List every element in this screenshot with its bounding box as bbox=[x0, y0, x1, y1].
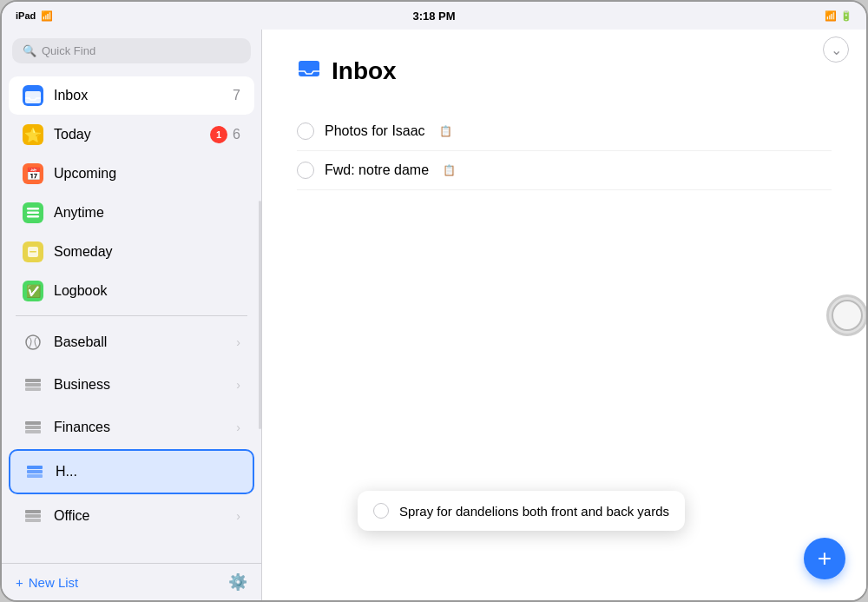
tooltip-text: Spray for dandelions both front and back… bbox=[399, 504, 669, 519]
svg-rect-13 bbox=[27, 474, 43, 478]
someday-icon bbox=[23, 241, 43, 262]
business-chevron: › bbox=[236, 378, 240, 392]
office-label: Office bbox=[54, 508, 236, 524]
sidebar-item-upcoming[interactable]: 📅 Upcoming bbox=[9, 155, 254, 193]
svg-rect-16 bbox=[25, 519, 41, 522]
task-list: Photos for Isaac 📋 Fwd: notre dame 📋 bbox=[297, 112, 832, 190]
office-chevron: › bbox=[236, 509, 240, 523]
svg-rect-0 bbox=[25, 91, 41, 103]
bluetooth-icon: 📶 bbox=[825, 10, 837, 22]
anytime-icon bbox=[23, 202, 43, 223]
inbox-label: Inbox bbox=[54, 88, 233, 103]
svg-rect-10 bbox=[25, 430, 41, 433]
svg-rect-7 bbox=[25, 387, 41, 391]
search-bar[interactable]: 🔍 Quick Find bbox=[12, 38, 251, 63]
today-count: 6 bbox=[233, 127, 240, 142]
finances-chevron: › bbox=[236, 420, 240, 434]
fab-button[interactable]: + bbox=[804, 538, 845, 579]
sidebar-item-baseball[interactable]: Baseball › bbox=[9, 321, 254, 363]
home-button[interactable] bbox=[826, 294, 866, 336]
finances-label: Finances bbox=[54, 420, 236, 435]
page-header: Inbox bbox=[297, 56, 832, 86]
task-checkbox-1[interactable] bbox=[297, 122, 314, 140]
status-time: 3:18 PM bbox=[412, 10, 455, 23]
sidebar-item-office[interactable]: Office › bbox=[9, 495, 254, 537]
wifi-icon: 📶 bbox=[41, 10, 53, 22]
top-right-button[interactable]: ⌄ bbox=[823, 36, 849, 63]
home-label: H... bbox=[56, 464, 239, 480]
new-list-label: New List bbox=[29, 575, 79, 590]
today-badge: 1 bbox=[210, 126, 227, 143]
svg-rect-5 bbox=[30, 251, 36, 253]
task-note-icon-1: 📋 bbox=[439, 125, 452, 137]
sidebar-item-finances[interactable]: Finances › bbox=[9, 407, 254, 448]
gear-icon: ⚙️ bbox=[228, 573, 247, 591]
sidebar-item-anytime[interactable]: Anytime bbox=[9, 194, 254, 232]
status-bar: iPad 📶 3:18 PM 📶 🔋 bbox=[2, 2, 866, 30]
inbox-header-icon bbox=[297, 56, 321, 86]
svg-rect-2 bbox=[27, 212, 39, 215]
home-button-inner bbox=[832, 300, 863, 331]
business-icon bbox=[23, 374, 43, 395]
task-note-icon-2: 📋 bbox=[443, 164, 456, 176]
status-right: 📶 🔋 bbox=[825, 10, 852, 22]
search-placeholder: Quick Find bbox=[42, 44, 95, 57]
svg-rect-14 bbox=[27, 470, 43, 473]
page-title: Inbox bbox=[332, 57, 397, 85]
sidebar-item-home[interactable]: H... bbox=[9, 449, 254, 494]
ipad-frame: iPad 📶 3:18 PM 📶 🔋 🔍 Quick Find bbox=[0, 0, 868, 602]
fab-plus-icon: + bbox=[818, 545, 832, 572]
task-checkbox-2[interactable] bbox=[297, 162, 314, 179]
task-label-2: Fwd: notre dame bbox=[325, 162, 429, 178]
logbook-icon: ✅ bbox=[23, 281, 43, 301]
svg-rect-12 bbox=[25, 421, 41, 425]
svg-rect-11 bbox=[25, 426, 41, 429]
upcoming-icon: 📅 bbox=[23, 163, 43, 184]
svg-rect-17 bbox=[25, 514, 41, 518]
svg-rect-15 bbox=[27, 466, 43, 469]
inbox-icon bbox=[23, 85, 43, 106]
nav-divider bbox=[16, 315, 247, 316]
svg-rect-8 bbox=[25, 383, 41, 387]
tooltip-dropdown[interactable]: Spray for dandelions both front and back… bbox=[358, 491, 685, 531]
anytime-label: Anytime bbox=[54, 205, 240, 221]
upcoming-label: Upcoming bbox=[54, 166, 240, 182]
settings-button[interactable]: ⚙️ bbox=[228, 572, 247, 592]
someday-label: Someday bbox=[54, 244, 240, 260]
battery-icon: 🔋 bbox=[840, 10, 852, 22]
new-list-button[interactable]: + New List bbox=[16, 575, 78, 590]
tooltip-checkbox[interactable] bbox=[373, 503, 389, 519]
chevron-down-icon: ⌄ bbox=[831, 42, 842, 58]
svg-rect-1 bbox=[27, 215, 39, 218]
business-label: Business bbox=[54, 377, 236, 393]
new-list-plus-icon: + bbox=[16, 575, 23, 590]
sidebar-nav: Inbox 7 ⭐ Today 1 6 📅 Upcoming bbox=[2, 72, 261, 563]
svg-rect-3 bbox=[27, 208, 39, 210]
sidebar-item-inbox[interactable]: Inbox 7 bbox=[9, 76, 254, 115]
baseball-chevron: › bbox=[236, 335, 240, 349]
today-label: Today bbox=[54, 127, 210, 142]
task-item: Fwd: notre dame 📋 bbox=[297, 151, 832, 190]
svg-rect-18 bbox=[25, 510, 41, 513]
task-item: Photos for Isaac 📋 bbox=[297, 112, 832, 151]
sidebar: 🔍 Quick Find Inbox 7 bbox=[2, 30, 262, 600]
main-content: ⌄ Inbox Photos for Isaac 📋 bbox=[262, 30, 866, 600]
task-label-1: Photos for Isaac bbox=[325, 123, 425, 139]
sidebar-item-logbook[interactable]: ✅ Logbook bbox=[9, 272, 254, 310]
scroll-indicator bbox=[259, 201, 261, 429]
finances-icon bbox=[23, 417, 43, 438]
baseball-label: Baseball bbox=[54, 334, 236, 350]
app-container: 🔍 Quick Find Inbox 7 bbox=[2, 30, 866, 600]
baseball-icon bbox=[23, 332, 43, 353]
status-left: iPad 📶 bbox=[16, 10, 53, 22]
svg-rect-9 bbox=[25, 379, 41, 382]
ipad-label: iPad bbox=[16, 10, 36, 21]
sidebar-item-today[interactable]: ⭐ Today 1 6 bbox=[9, 116, 254, 154]
svg-point-6 bbox=[26, 335, 40, 349]
sidebar-item-someday[interactable]: Someday bbox=[9, 233, 254, 271]
sidebar-item-business[interactable]: Business › bbox=[9, 364, 254, 406]
search-icon: 🔍 bbox=[23, 44, 36, 57]
inbox-count: 7 bbox=[233, 88, 240, 103]
today-icon: ⭐ bbox=[23, 124, 43, 145]
office-icon bbox=[23, 506, 43, 526]
